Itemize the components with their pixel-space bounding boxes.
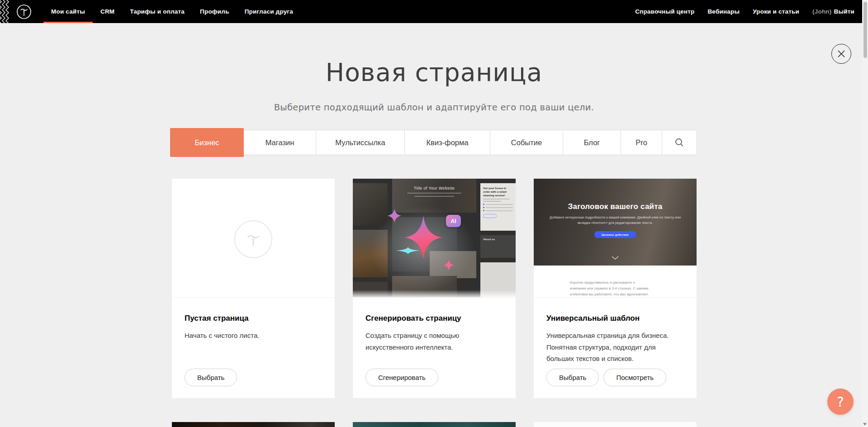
- next-row-thumbnail[interactable]: [534, 422, 697, 427]
- nav-item-crm[interactable]: CRM: [93, 0, 122, 23]
- tab-search[interactable]: [662, 130, 697, 155]
- choose-button[interactable]: Выбрать: [546, 369, 599, 386]
- card-actions: Выбрать Посмотреть: [546, 369, 666, 386]
- card-body: Универсальный шаблон Универсальная стран…: [534, 297, 697, 398]
- tilda-logo-icon[interactable]: [16, 4, 32, 19]
- card-description: Создать страницу с помощью искусственног…: [365, 330, 503, 353]
- universal-template-thumbnail[interactable]: Заголовок вашего сайта Добавьте интересн…: [534, 179, 697, 297]
- preview-hero-subtitle: Добавьте интересные подробности о вашей …: [547, 215, 683, 225]
- card-universal-template: Заголовок вашего сайта Добавьте интересн…: [534, 179, 697, 398]
- tilda-new-page-screen: Мои сайты CRM Тарифы и оплата Профиль Пр…: [0, 0, 868, 427]
- card-body: Пустая страница Начать с чистого листа. …: [172, 297, 335, 398]
- ai-badge: AI: [446, 215, 461, 227]
- nav-secondary-menu: Справочный центр Вебинары Уроки и статьи…: [635, 0, 868, 23]
- nav-item-logout[interactable]: (John) Выйти: [812, 8, 854, 15]
- card-blank-page: Пустая страница Начать с чистого листа. …: [172, 179, 335, 398]
- template-cards-row: Пустая страница Начать с чистого листа. …: [172, 179, 697, 398]
- tab-blog[interactable]: Блог: [563, 130, 621, 155]
- page-title: Новая страница: [0, 58, 868, 87]
- scroll-down-arrow-icon[interactable]: [863, 423, 867, 426]
- user-name: (John): [812, 8, 831, 15]
- nav-item-profile[interactable]: Профиль: [192, 0, 237, 23]
- next-row-thumbnail[interactable]: [353, 422, 516, 427]
- nav-item-invite-friend[interactable]: Пригласи друга: [237, 0, 301, 23]
- close-button[interactable]: [831, 44, 851, 64]
- card-title: Пустая страница: [185, 314, 322, 323]
- close-icon: [837, 50, 845, 58]
- template-category-tabs: Бизнес Магазин Мультиссылка Квиз-форма С…: [170, 128, 697, 157]
- chevron-down-icon: [612, 256, 619, 260]
- ai-sparkles-icon: [353, 179, 516, 297]
- card-actions: Сгенерировать: [365, 369, 438, 386]
- tab-event[interactable]: Событие: [490, 130, 563, 155]
- preview-intro-text: Коротко представьтесь и расскажите о ком…: [570, 280, 651, 297]
- card-description: Начать с чистого листа.: [185, 330, 322, 342]
- logout-label: Выйти: [834, 8, 855, 15]
- blank-page-thumbnail[interactable]: [172, 179, 335, 297]
- page-subtitle: Выберите подходящий шаблон и адаптируйте…: [0, 102, 868, 113]
- tab-business[interactable]: Бизнес: [170, 128, 244, 157]
- card-title: Универсальный шаблон: [546, 314, 684, 323]
- card-ai-generate: Title of Your Website Get your house in …: [353, 179, 516, 398]
- drag-texture: [0, 0, 11, 23]
- nav-item-tariffs[interactable]: Тарифы и оплата: [122, 0, 192, 23]
- nav-item-help-center[interactable]: Справочный центр: [635, 8, 694, 15]
- top-nav: Мои сайты CRM Тарифы и оплата Профиль Пр…: [0, 0, 868, 23]
- tab-pro[interactable]: Pro: [621, 130, 662, 155]
- preview-hero: Заголовок вашего сайта Добавьте интересн…: [534, 179, 697, 266]
- tab-multilink[interactable]: Мультиссылка: [316, 130, 405, 155]
- card-description: Универсальная страница для бизнеса. Поня…: [546, 330, 684, 365]
- nav-item-lessons[interactable]: Уроки и статьи: [753, 8, 799, 15]
- tilda-ghost-logo-icon: [234, 220, 272, 258]
- thumbnail-fade: [353, 290, 516, 297]
- scrollbar-thumb[interactable]: [863, 2, 867, 58]
- generate-button[interactable]: Сгенерировать: [365, 369, 438, 386]
- scrollbar-track[interactable]: [862, 0, 868, 427]
- nav-item-my-sites[interactable]: Мои сайты: [43, 0, 93, 23]
- card-actions: Выбрать: [185, 369, 237, 386]
- ai-generate-thumbnail[interactable]: Title of Your Website Get your house in …: [353, 179, 516, 297]
- nav-item-webinars[interactable]: Вебинары: [707, 8, 740, 15]
- card-title: Сгенерировать страницу: [365, 314, 503, 323]
- nav-menu: Мои сайты CRM Тарифы и оплата Профиль Пр…: [43, 0, 301, 23]
- choose-button[interactable]: Выбрать: [185, 369, 237, 386]
- next-row-thumbnail[interactable]: [172, 422, 335, 427]
- preview-cta-button: Целевое действие: [594, 231, 636, 238]
- search-icon: [674, 138, 684, 147]
- tab-shop[interactable]: Магазин: [243, 130, 316, 155]
- card-body: Сгенерировать страницу Создать страницу …: [353, 297, 516, 398]
- help-button[interactable]: ?: [827, 389, 854, 415]
- preview-hero-title: Заголовок вашего сайта: [534, 179, 697, 211]
- preview-button[interactable]: Посмотреть: [603, 369, 666, 386]
- tab-quiz-form[interactable]: Квиз-форма: [404, 130, 490, 155]
